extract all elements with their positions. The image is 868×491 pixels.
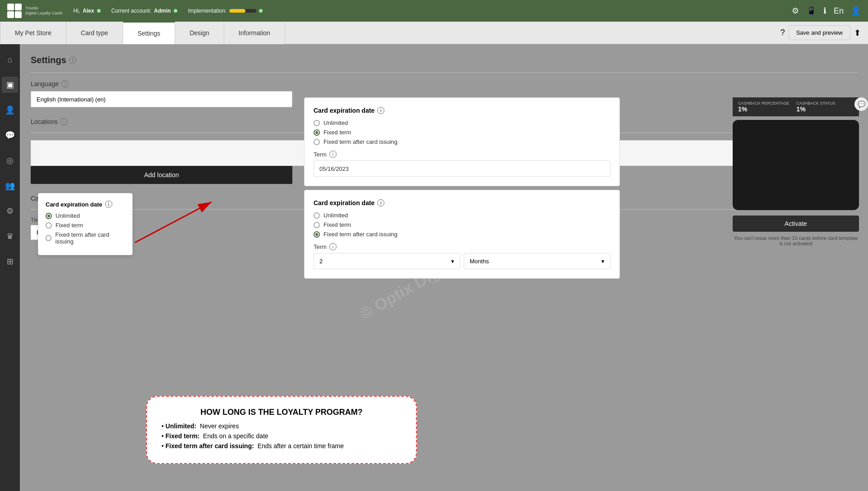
top-header: Trivolio Digital Loyalty Cards Hi, Alex …: [0, 0, 868, 22]
activate-button[interactable]: Activate: [733, 216, 859, 232]
sidebar-item-user-group[interactable]: 👥: [2, 178, 18, 194]
account-indicator: [174, 9, 177, 13]
radio-unlimited-small-circle: [46, 213, 52, 219]
radio-fixed-after-top[interactable]: Fixed term after card issuing: [314, 138, 610, 145]
help-icon[interactable]: ?: [780, 28, 785, 37]
radio-fixed-term-after-small[interactable]: Fixed term after card issuing: [46, 231, 125, 245]
radio-fixed-top-circle: [314, 129, 320, 136]
card-exp-bottom-panel: Card expiration date i Unlimited Fixed t…: [304, 190, 620, 279]
chevron-down-icon: [451, 258, 454, 265]
logo-icon: [7, 4, 22, 18]
term-label-bottom: Term i: [314, 243, 610, 250]
radio-fixed-bottom[interactable]: Fixed term: [314, 221, 610, 228]
term-date-input[interactable]: [314, 161, 610, 177]
card-exp-top-title: Card expiration date i: [314, 107, 610, 114]
tab-my-pet-store[interactable]: My Pet Store: [0, 22, 66, 44]
cashback-status-col: CASHBACK STATUS 1%: [796, 101, 835, 113]
card-exp-small-title: Card expiration date i: [46, 201, 125, 208]
term-unit-select[interactable]: Months: [464, 253, 610, 269]
term-info-icon-top[interactable]: i: [329, 151, 337, 158]
cant-issue-text: You can't issue more than 10 cards befor…: [733, 235, 859, 246]
radio-fixed-term-small-circle: [46, 222, 52, 229]
radio-fixed-top[interactable]: Fixed term: [314, 129, 610, 136]
sidebar-item-crown[interactable]: ♛: [2, 228, 18, 244]
sidebar-item-settings[interactable]: ⚙: [2, 203, 18, 219]
tab-settings[interactable]: Settings: [123, 22, 175, 44]
radio-unlimited-small[interactable]: Unlimited: [46, 212, 125, 219]
cashback-percentage-col: CASHBACK PERCENTAGE 1%: [738, 101, 789, 113]
online-indicator: [97, 9, 101, 13]
language-label: Language i: [31, 80, 857, 87]
chat-float-icon[interactable]: 💬: [854, 97, 868, 111]
card-preview-black: [733, 120, 859, 210]
card-exp-top-info-icon[interactable]: i: [377, 107, 384, 114]
tooltip-title: HOW LONG IS THE LOYALTY PROGRAM?: [162, 408, 402, 417]
card-exp-small-popup: Card expiration date i Unlimited Fixed t…: [38, 193, 133, 255]
term-label-top: Term i: [314, 151, 610, 158]
implementation-info: Implementation:: [188, 8, 263, 14]
nav-tabs: My Pet Store Card type Settings Design I…: [0, 22, 868, 44]
big-panels: Card expiration date i Unlimited Fixed t…: [304, 97, 620, 282]
content-area: © Optix Digital Solutions Settings i Lan…: [20, 44, 868, 491]
main-layout: ⌂ ▣ 👤 💬 ◎ 👥 ⚙ ♛ ⊞ © Optix Digital Soluti…: [0, 44, 868, 491]
avatar-icon[interactable]: 👤: [851, 6, 861, 16]
notifications-icon[interactable]: 📱: [806, 6, 816, 16]
sidebar-item-location[interactable]: ◎: [2, 152, 18, 169]
save-preview-button[interactable]: Save and preview: [789, 25, 850, 40]
tooltip-box: HOW LONG IS THE LOYALTY PROGRAM? • Unlim…: [146, 396, 417, 464]
language-info-icon[interactable]: i: [61, 80, 69, 87]
impl-fill: [229, 9, 245, 13]
tooltip-item-2: • Fixed term: Ends on a specific date: [162, 432, 402, 440]
radio-fixed-after-bottom-circle: [314, 231, 320, 238]
card-exp-top-panel: Card expiration date i Unlimited Fixed t…: [304, 97, 620, 186]
language-icon[interactable]: En: [834, 6, 844, 16]
tooltip-item-1: • Unlimited: Never expires: [162, 422, 402, 430]
radio-fixed-bottom-circle: [314, 222, 320, 228]
add-location-button[interactable]: Add location: [31, 166, 292, 184]
card-exp-bottom-title: Card expiration date i: [314, 199, 610, 206]
locations-info-icon[interactable]: i: [60, 118, 68, 125]
card-preview-area: 💬 CASHBACK PERCENTAGE 1% CASHBACK STATUS…: [733, 97, 859, 246]
card-exp-bottom-info-icon[interactable]: i: [377, 199, 384, 206]
tooltip-item-3: • Fixed term after card issuing: Ends af…: [162, 442, 402, 450]
radio-unlimited-bottom-circle: [314, 212, 320, 219]
radio-fixed-term-after-small-circle: [46, 235, 51, 241]
radio-fixed-after-bottom[interactable]: Fixed term after card issuing: [314, 231, 610, 238]
radio-fixed-after-top-circle: [314, 139, 320, 145]
chevron-down-icon-2: [601, 258, 605, 265]
language-input[interactable]: [31, 91, 292, 107]
radio-unlimited-bottom[interactable]: Unlimited: [314, 212, 610, 219]
term-row: 2 Months: [314, 253, 610, 269]
account-info: Current account: Admin: [111, 8, 177, 14]
settings-title: Settings i: [31, 55, 857, 65]
user-info: Hi, Alex: [74, 8, 101, 14]
logo-area: Trivolio Digital Loyalty Cards: [7, 4, 63, 18]
radio-fixed-term-small[interactable]: Fixed term: [46, 222, 125, 229]
sidebar-item-home[interactable]: ⌂: [2, 51, 18, 68]
sidebar-item-people[interactable]: 👤: [2, 102, 18, 118]
tab-card-type[interactable]: Card type: [66, 22, 123, 44]
settings-info-icon[interactable]: i: [69, 57, 76, 64]
settings-icon[interactable]: ⚙: [792, 6, 799, 16]
header-right-icons: ⚙ 📱 ℹ En 👤: [792, 6, 861, 16]
impl-bar: [229, 9, 256, 13]
sidebar: ⌂ ▣ 👤 💬 ◎ 👥 ⚙ ♛ ⊞: [0, 44, 20, 491]
card-exp-small-info-icon[interactable]: i: [105, 201, 112, 208]
tab-information[interactable]: Information: [224, 22, 285, 44]
term-info-icon-bottom[interactable]: i: [329, 243, 337, 250]
cashback-row: CASHBACK PERCENTAGE 1% CASHBACK STATUS 1…: [733, 97, 859, 116]
app-name: Trivolio Digital Loyalty Cards: [25, 6, 63, 16]
sidebar-item-grid[interactable]: ⊞: [2, 253, 18, 270]
sidebar-item-card[interactable]: ▣: [2, 77, 18, 93]
tab-design[interactable]: Design: [175, 22, 224, 44]
nav-right: ? Save and preview ⬆: [780, 25, 868, 40]
radio-unlimited-top-circle: [314, 120, 320, 126]
sidebar-item-chat[interactable]: 💬: [2, 127, 18, 143]
export-icon[interactable]: ⬆: [854, 28, 861, 38]
divider-1: [31, 73, 857, 73]
radio-unlimited-top[interactable]: Unlimited: [314, 119, 610, 126]
impl-indicator: [259, 9, 263, 13]
term-number-select[interactable]: 2: [314, 253, 460, 269]
info-icon[interactable]: ℹ: [823, 6, 826, 16]
